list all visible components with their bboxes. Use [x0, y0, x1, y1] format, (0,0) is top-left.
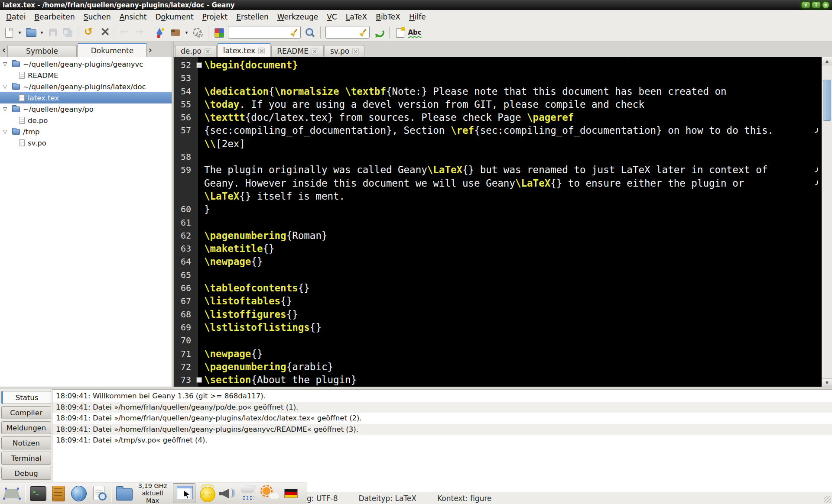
- editor-scrollbar[interactable]: [822, 57, 832, 387]
- tabs-scroll-left-icon[interactable]: ‹: [1, 44, 7, 55]
- fold-margin: [195, 137, 203, 150]
- expander-icon[interactable]: [3, 84, 9, 90]
- tree-folder-row[interactable]: /tmp: [0, 126, 172, 137]
- tree-file-row[interactable]: de.po: [0, 115, 172, 126]
- sidebar-tab-dokumente[interactable]: Dokumente: [78, 43, 147, 57]
- color-chooser-button[interactable]: [212, 25, 226, 40]
- find-button[interactable]: [303, 25, 317, 40]
- message-tab-terminal[interactable]: Terminal: [1, 452, 51, 465]
- goto-line-input[interactable]: [328, 28, 360, 36]
- file-manager-icon[interactable]: [116, 485, 132, 501]
- menu-hilfe[interactable]: Hilfe: [405, 11, 430, 23]
- tree-file-row[interactable]: README: [0, 70, 172, 81]
- clear-search-icon[interactable]: [291, 29, 299, 36]
- emoticon-icon[interactable]: ◡ ◡: [199, 485, 215, 501]
- file-cabinet-icon[interactable]: [50, 485, 66, 501]
- document-tab-readme[interactable]: README: [271, 45, 324, 57]
- message-tab-status[interactable]: Status: [1, 391, 51, 404]
- document-tab-sv-po[interactable]: sv.po: [325, 45, 364, 57]
- menu-bearbeiten[interactable]: Bearbeiten: [30, 11, 79, 23]
- tree-folder-row[interactable]: ~/quellen/geany-plugins/latex/doc: [0, 81, 172, 92]
- web-browser-icon[interactable]: [70, 485, 87, 501]
- new-from-template-button[interactable]: [393, 25, 407, 40]
- search-input[interactable]: [230, 28, 291, 36]
- tree-file-row[interactable]: sv.po: [0, 137, 172, 149]
- expander-icon[interactable]: [3, 129, 9, 135]
- message-tab-debug[interactable]: Debug: [1, 467, 51, 480]
- menu-bibtex[interactable]: BibTeX: [371, 11, 405, 23]
- spell-check-button[interactable]: Abc: [408, 25, 422, 40]
- build-button[interactable]: [169, 25, 182, 40]
- expander-icon[interactable]: [3, 106, 9, 112]
- weather-rain-icon[interactable]: [239, 485, 257, 501]
- editor[interactable]: 52\begin{document}5354\dedication{\norma…: [174, 57, 832, 387]
- status-message-row[interactable]: 18:09:41: Datei »/tmp/sv.po« geöffnet (4…: [52, 435, 832, 446]
- fold-margin: [195, 150, 203, 163]
- fold-marker-icon[interactable]: [196, 62, 202, 68]
- close-tab-icon[interactable]: [205, 48, 211, 55]
- open-file-menu-icon[interactable]: [39, 25, 45, 40]
- menu-erstellen[interactable]: Erstellen: [232, 11, 273, 23]
- document-tab-de-po[interactable]: de.po: [175, 45, 217, 57]
- scroll-down-icon[interactable]: [822, 378, 832, 387]
- menu-projekt[interactable]: Projekt: [198, 11, 232, 23]
- compile-button[interactable]: [154, 25, 168, 40]
- minimize-button[interactable]: ∨: [801, 2, 810, 8]
- revert-button[interactable]: [82, 25, 96, 40]
- line-number: 65: [174, 268, 195, 281]
- code-text: \listoftables{}: [203, 294, 292, 307]
- terminal-icon[interactable]: [29, 485, 46, 501]
- menu-datei[interactable]: Datei: [2, 11, 30, 23]
- message-tab-compiler[interactable]: Compiler: [1, 406, 51, 419]
- status-message-row[interactable]: 18:09:41: Willkommen bei Geany 1.36 (git…: [52, 391, 832, 402]
- menu-ansicht[interactable]: Ansicht: [115, 11, 151, 23]
- message-tab-notizen[interactable]: Notizen: [1, 436, 51, 449]
- weather-sun-icon[interactable]: [261, 485, 280, 501]
- status-message-row[interactable]: 18:09:41: Datei »/home/frlan/quellen/gea…: [52, 402, 832, 413]
- fold-marker-icon[interactable]: [196, 377, 202, 383]
- nav-back-icon: [119, 27, 130, 38]
- menu-suchen[interactable]: Suchen: [79, 11, 115, 23]
- document-tab-latex-tex[interactable]: latex.tex: [218, 43, 270, 57]
- run-button[interactable]: [191, 25, 205, 40]
- line-number: 54: [174, 85, 195, 98]
- sidebar-tab-symbole[interactable]: Symbole: [7, 45, 77, 57]
- message-tab-meldungen[interactable]: Meldungen: [1, 421, 51, 434]
- build-menu-icon[interactable]: [183, 25, 190, 40]
- menu-werkzeuge[interactable]: Werkzeuge: [273, 11, 323, 23]
- document-search-icon[interactable]: [91, 485, 107, 501]
- close-tab-icon[interactable]: [258, 48, 265, 54]
- menu-dokument[interactable]: Dokument: [151, 11, 198, 23]
- status-message-row[interactable]: 18:09:41: Datei »/home/frlan/quellen/gea…: [52, 413, 832, 424]
- close-tab-icon[interactable]: [312, 48, 318, 55]
- expander-icon[interactable]: [3, 61, 9, 67]
- new-document-button[interactable]: [2, 25, 16, 40]
- volume-icon[interactable]: [219, 485, 235, 501]
- menu-latex[interactable]: LaTeX: [341, 11, 372, 23]
- scroll-up-icon[interactable]: [822, 57, 832, 65]
- code-line: 64\newpage{}: [174, 255, 832, 268]
- scrollbar-thumb[interactable]: [823, 80, 831, 121]
- open-file-button[interactable]: [24, 25, 38, 40]
- cpu-frequency-applet[interactable]: 3,19 GHzaktuell Max: [136, 482, 169, 504]
- tabs-scroll-right-icon[interactable]: ›: [147, 44, 153, 55]
- close-document-button[interactable]: [97, 25, 110, 40]
- code-text: [203, 71, 204, 84]
- tree-folder-row[interactable]: ~/quellen/geany/po: [0, 103, 172, 115]
- close-tab-icon[interactable]: [352, 48, 359, 55]
- code-text: \pagenumbering{Roman}: [203, 229, 327, 242]
- menu-vc[interactable]: VC: [322, 11, 341, 23]
- documents-tree: ~/quellen/geany-plugins/geanyvcREADME~/q…: [0, 57, 172, 387]
- keyboard-flag-de-icon[interactable]: [284, 489, 298, 498]
- show-desktop-icon[interactable]: [3, 485, 21, 501]
- close-button[interactable]: ×: [822, 1, 829, 9]
- tree-folder-row[interactable]: ~/quellen/geany-plugins/geanyvc: [0, 58, 172, 70]
- resize-grip-icon[interactable]: [824, 496, 831, 503]
- new-document-menu-icon[interactable]: [16, 25, 23, 40]
- jump-to-line-button[interactable]: [372, 25, 386, 40]
- status-message-row[interactable]: 18:09:41: Datei »/home/frlan/quellen/gea…: [52, 424, 832, 435]
- clear-goto-icon[interactable]: [360, 29, 367, 36]
- maximize-button[interactable]: ↕: [812, 2, 821, 8]
- screenshot-tool-icon[interactable]: [173, 483, 195, 503]
- tree-file-row[interactable]: latex.tex: [0, 92, 172, 103]
